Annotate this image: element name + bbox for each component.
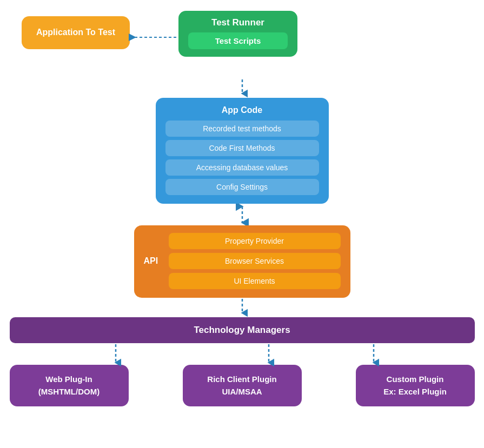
down-arrow-1 bbox=[237, 78, 248, 98]
down-arrow-plugin-right bbox=[368, 343, 379, 367]
technology-managers-box: Technology Managers bbox=[10, 317, 475, 343]
technology-managers-label: Technology Managers bbox=[194, 325, 290, 335]
test-runner-title: Test Runner bbox=[188, 17, 288, 28]
plugin-custom: Custom PluginEx: Excel Plugin bbox=[356, 365, 475, 406]
bottom-connector-center bbox=[217, 343, 321, 365]
bottom-connector-left bbox=[64, 343, 168, 365]
plugin-web-label: Web Plug-In(MSHTML/DOM) bbox=[38, 375, 100, 396]
test-runner-box: Test Runner Test Scripts bbox=[178, 11, 297, 57]
app-code-item-1: Code First Methods bbox=[165, 140, 319, 156]
app-code-title: App Code bbox=[165, 105, 319, 115]
connector-app-code-to-api bbox=[236, 204, 249, 225]
api-item-0: Property Provider bbox=[169, 233, 341, 249]
diagram: Application To Test Test Runner Test Scr… bbox=[0, 0, 484, 448]
app-code-item-2: Accessing database values bbox=[165, 159, 319, 176]
top-row: Application To Test Test Runner Test Scr… bbox=[11, 11, 473, 73]
api-items: Property Provider Browser Services UI El… bbox=[169, 233, 341, 289]
api-item-1: Browser Services bbox=[169, 253, 341, 269]
api-item-2: UI Elements bbox=[169, 273, 341, 289]
plugin-custom-label: Custom PluginEx: Excel Plugin bbox=[383, 375, 447, 396]
bottom-row: Web Plug-In(MSHTML/DOM) Rich Client Plug… bbox=[10, 365, 475, 406]
horizontal-arrow bbox=[129, 30, 180, 45]
app-code-box: App Code Recorded test methods Code Firs… bbox=[156, 98, 329, 204]
double-arrow bbox=[236, 204, 249, 225]
bottom-connector-right bbox=[321, 343, 426, 365]
plugin-rich-client: Rich Client PluginUIA/MSAA bbox=[183, 365, 302, 406]
down-arrow-2 bbox=[237, 298, 248, 317]
down-arrow-plugin-center bbox=[263, 343, 274, 367]
application-to-test-box: Application To Test bbox=[22, 16, 130, 49]
connector-test-runner-to-app-code bbox=[237, 78, 248, 98]
app-code-item-3: Config Settings bbox=[165, 179, 319, 195]
plugin-rich-client-label: Rich Client PluginUIA/MSAA bbox=[207, 375, 276, 396]
down-arrow-plugin-left bbox=[110, 343, 121, 367]
api-label: API bbox=[144, 256, 161, 266]
plugin-web: Web Plug-In(MSHTML/DOM) bbox=[10, 365, 129, 406]
app-code-item-0: Recorded test methods bbox=[165, 121, 319, 137]
api-box: API Property Provider Browser Services U… bbox=[134, 225, 350, 298]
connector-api-to-tech bbox=[237, 298, 248, 317]
bottom-connectors bbox=[10, 343, 475, 365]
application-to-test-label: Application To Test bbox=[36, 28, 115, 37]
test-scripts-label: Test Scripts bbox=[188, 32, 288, 49]
